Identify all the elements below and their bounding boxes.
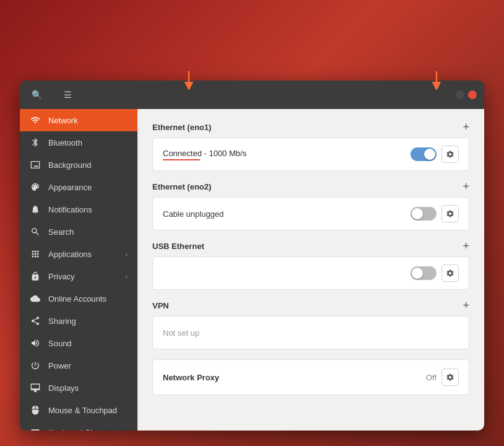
- toggle-thumb-eno1: [424, 149, 435, 160]
- content-area: Ethernet (eno1)+Connected - 1000 Mb/sEth…: [137, 109, 484, 431]
- sidebar-label-power: Power: [48, 361, 71, 370]
- maximize-button[interactable]: [456, 90, 464, 99]
- sidebar-item-background[interactable]: Background: [20, 154, 137, 176]
- add-button-eno2[interactable]: +: [463, 181, 469, 192]
- sidebar-label-bluetooth: Bluetooth: [48, 138, 82, 147]
- window-controls: [440, 90, 477, 99]
- toggle-eno1-0[interactable]: [411, 147, 437, 161]
- power-icon: [30, 360, 41, 371]
- sidebar-label-background: Background: [48, 160, 91, 170]
- window-body: NetworkBluetoothBackgroundAppearanceNoti…: [20, 109, 484, 431]
- sidebar-label-mouse: Mouse & Touchpad: [48, 406, 117, 415]
- sidebar-item-displays[interactable]: Displays: [20, 377, 137, 399]
- sidebar-label-applications: Applications: [48, 250, 92, 259]
- card-eno2: Cable unplugged: [152, 197, 469, 230]
- search-icon: [30, 226, 41, 237]
- sidebar-label-sharing: Sharing: [48, 317, 76, 326]
- card-row-vpn-0: Not set up: [153, 317, 469, 349]
- add-button-vpn[interactable]: +: [463, 300, 469, 311]
- row-label-eno1-0: Connected - 1000 Mb/s: [163, 149, 411, 160]
- sidebar-item-notifications[interactable]: Notifications: [20, 198, 137, 221]
- sidebar-label-network: Network: [48, 116, 78, 125]
- sidebar-item-sound[interactable]: Sound: [20, 332, 137, 354]
- row-label-vpn-0: Not set up: [163, 328, 459, 338]
- sidebar-item-keyboard[interactable]: Keyboard Shortcuts: [20, 421, 137, 431]
- sound-icon: [30, 338, 41, 349]
- gear-button-eno2-0[interactable]: [441, 205, 459, 222]
- toggle-eno2-0[interactable]: [411, 207, 437, 221]
- network-proxy-row: Network ProxyOff: [152, 359, 469, 395]
- proxy-status: Off: [426, 373, 437, 382]
- section-title-usb-ethernet: USB Ethernet: [152, 242, 204, 251]
- section-header-eno2: Ethernet (eno2)+: [152, 181, 469, 192]
- notifications-icon: [30, 204, 41, 215]
- proxy-gear-button[interactable]: [441, 369, 459, 386]
- close-button[interactable]: [468, 90, 477, 99]
- toggle-usb-ethernet-0[interactable]: [411, 266, 437, 280]
- sidebar-label-appearance: Appearance: [48, 183, 92, 192]
- mouse-icon: [30, 404, 41, 416]
- titlebar-left: 🔍 ☰: [27, 85, 145, 104]
- online-accounts-icon: [30, 293, 41, 304]
- gear-button-eno1-0[interactable]: [441, 146, 459, 163]
- applications-icon: [30, 248, 41, 260]
- section-title-eno2: Ethernet (eno2): [152, 182, 211, 191]
- bluetooth-icon: [30, 137, 41, 148]
- sidebar-label-displays: Displays: [48, 383, 79, 393]
- appearance-icon: [30, 181, 41, 193]
- section-eno1: Ethernet (eno1)+Connected - 1000 Mb/s: [152, 121, 469, 171]
- section-title-vpn: VPN: [152, 301, 169, 310]
- sidebar-label-keyboard: Keyboard Shortcuts: [48, 428, 119, 431]
- titlebar: 🔍 ☰: [20, 81, 484, 109]
- search-button[interactable]: 🔍: [27, 85, 46, 104]
- menu-button[interactable]: ☰: [58, 85, 77, 104]
- chevron-icon-applications: ›: [125, 250, 128, 258]
- gear-button-usb-ethernet-0[interactable]: [441, 265, 459, 282]
- sidebar-label-search: Search: [48, 227, 74, 237]
- sidebar: NetworkBluetoothBackgroundAppearanceNoti…: [20, 109, 137, 431]
- menu-icon: ☰: [64, 90, 72, 100]
- card-row-usb-ethernet-0: [153, 257, 469, 289]
- toggle-thumb-eno2: [412, 208, 423, 219]
- sidebar-item-power[interactable]: Power: [20, 354, 137, 377]
- row-label-eno2-0: Cable unplugged: [163, 209, 411, 219]
- add-button-usb-ethernet[interactable]: +: [463, 240, 469, 251]
- card-row-eno1-0: Connected - 1000 Mb/s: [153, 138, 469, 170]
- section-usb-ethernet: USB Ethernet+: [152, 240, 469, 290]
- sidebar-item-search[interactable]: Search: [20, 221, 137, 243]
- sidebar-item-network[interactable]: Network: [20, 109, 137, 131]
- sidebar-item-privacy[interactable]: Privacy›: [20, 265, 137, 287]
- network-icon: [30, 115, 41, 126]
- sidebar-item-online-accounts[interactable]: Online Accounts: [20, 287, 137, 310]
- section-vpn: VPN+Not set up: [152, 300, 469, 349]
- sidebar-item-mouse[interactable]: Mouse & Touchpad: [20, 399, 137, 421]
- card-eno1: Connected - 1000 Mb/s: [152, 138, 469, 171]
- toggle-thumb-usb-ethernet: [412, 268, 423, 279]
- row-controls-usb-ethernet-0: [411, 265, 459, 282]
- row-controls-eno2-0: [411, 205, 459, 222]
- section-header-usb-ethernet: USB Ethernet+: [152, 240, 469, 251]
- sidebar-label-sound: Sound: [48, 339, 72, 348]
- proxy-label: Network Proxy: [163, 373, 426, 382]
- sidebar-item-bluetooth[interactable]: Bluetooth: [20, 131, 137, 154]
- sidebar-item-applications[interactable]: Applications›: [20, 243, 137, 265]
- card-row-eno2-0: Cable unplugged: [153, 198, 469, 230]
- settings-window: 🔍 ☰ NetworkBluetoothBackgroundAppearance…: [20, 81, 484, 431]
- search-icon: 🔍: [32, 90, 42, 100]
- section-header-eno1: Ethernet (eno1)+: [152, 121, 469, 133]
- sidebar-label-privacy: Privacy: [48, 272, 75, 281]
- card-usb-ethernet: [152, 256, 469, 290]
- background-icon: [30, 159, 41, 170]
- sidebar-label-notifications: Notifications: [48, 205, 92, 214]
- sidebar-item-sharing[interactable]: Sharing: [20, 310, 137, 332]
- section-header-vpn: VPN+: [152, 300, 469, 311]
- section-eno2: Ethernet (eno2)+Cable unplugged: [152, 181, 469, 230]
- displays-icon: [30, 382, 41, 393]
- add-button-eno1[interactable]: +: [463, 121, 469, 133]
- sidebar-label-online-accounts: Online Accounts: [48, 294, 106, 304]
- sidebar-item-appearance[interactable]: Appearance: [20, 176, 137, 198]
- keyboard-icon: [30, 427, 41, 431]
- row-controls-eno1-0: [411, 146, 459, 163]
- sharing-icon: [30, 315, 41, 326]
- privacy-icon: [30, 271, 41, 282]
